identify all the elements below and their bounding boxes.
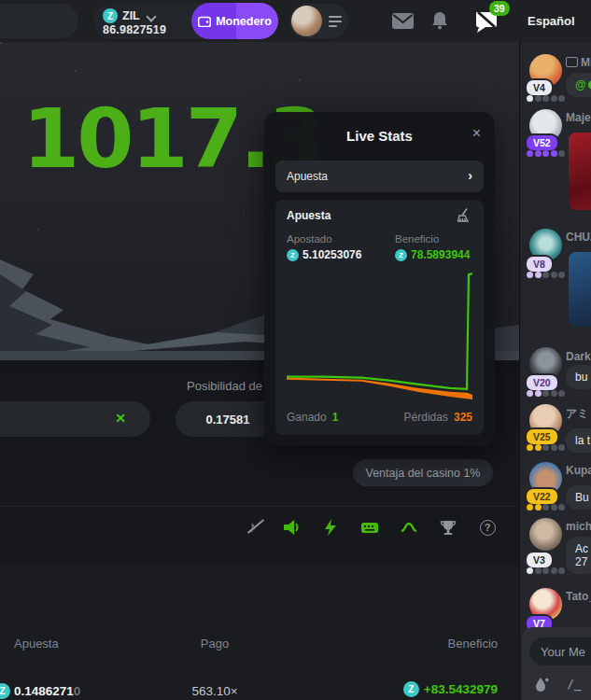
payout-input[interactable]: ✕ [0, 401, 150, 437]
game-toolbar: ♪ ? [0, 506, 519, 549]
message-bubble[interactable]: la t [566, 428, 591, 453]
rain-drop-icon[interactable] [535, 676, 549, 693]
username: Dark [566, 350, 591, 363]
level-pips [527, 272, 565, 278]
wallet-balance: 86.9827519 [103, 23, 166, 36]
username: Maje [566, 111, 591, 124]
bet-amount-dim: 0 [74, 684, 81, 698]
stats-section-title: Apuesta [287, 209, 331, 222]
wagered-label: Apostado [287, 233, 332, 245]
message-line: 27 [575, 555, 588, 568]
level-pips [527, 444, 565, 451]
chat-message-input[interactable] [529, 637, 591, 665]
image-attachment[interactable] [569, 252, 591, 327]
chat-sidebar: Mi @ V4 Maje V52 CHUZ V8 Dark bu V20 [519, 42, 591, 700]
user-emoji-icon [566, 57, 578, 67]
zil-coin-icon: Z [395, 249, 407, 261]
profit-label: Beneficio [395, 233, 439, 245]
wins-value: 1 [332, 411, 339, 424]
zil-coin-icon: Z [103, 8, 118, 23]
language-selector[interactable]: Español [528, 14, 575, 28]
multiply-x-icon[interactable]: ✕ [115, 411, 126, 426]
message-bubble[interactable]: bu [566, 365, 591, 389]
wallet-button[interactable]: Monedero [191, 3, 278, 39]
level-badge: V4 [525, 78, 554, 97]
turbo-bolt-icon[interactable] [320, 517, 341, 538]
level-badge: V25 [525, 427, 559, 446]
level-pips [527, 567, 565, 574]
sound-icon[interactable] [281, 517, 302, 538]
menu-icon[interactable] [329, 16, 342, 30]
level-pips [527, 390, 565, 397]
notification-badge: 39 [489, 1, 510, 16]
mention-text: @ [575, 78, 586, 91]
wallet-widget: Z ZIL 86.9827519 Monedero [93, 3, 278, 39]
avatar[interactable] [529, 518, 562, 551]
music-muted-icon[interactable]: ♪ [242, 517, 262, 538]
column-header-bet: Apuesta [14, 637, 59, 651]
wagered-value: 5.10253076 [303, 248, 361, 261]
bell-icon[interactable] [431, 11, 448, 30]
level-badge: V22 [525, 487, 559, 506]
wins-label: Ganado [287, 411, 327, 424]
zil-coin-icon: Z [287, 249, 299, 261]
wallet-button-label: Monedero [216, 15, 272, 28]
column-header-payout: Pago [131, 637, 299, 651]
wallet-icon [198, 16, 211, 27]
live-stats-panel: Live Stats × Apuesta › Apuesta Apostado … [264, 112, 495, 446]
level-pips [527, 504, 565, 511]
chevron-right-icon: › [468, 168, 472, 183]
profit-value: 78.5893944 [411, 248, 470, 261]
avatar[interactable] [291, 6, 322, 36]
image-attachment[interactable] [569, 133, 591, 210]
username: アミ [566, 406, 589, 422]
message-bubble[interactable]: @ [566, 73, 591, 97]
zil-coin-icon: Z [0, 683, 10, 699]
currency-code[interactable]: ZIL [122, 9, 140, 22]
bets-table: Apuesta Pago Beneficio Z 0.14862710 563.… [0, 565, 519, 700]
level-pips [527, 150, 565, 157]
message-line: Ac [575, 542, 588, 555]
chevron-down-icon[interactable] [146, 11, 156, 21]
username: mich [566, 520, 591, 533]
house-edge-button[interactable]: Ventaja del casino 1% [353, 459, 493, 486]
trends-wave-icon[interactable] [399, 517, 419, 538]
message-bubble[interactable]: Ac 27 [566, 537, 591, 574]
win-chance-label: Posibilidad de [187, 379, 262, 393]
mail-icon[interactable] [392, 13, 414, 29]
top-bar: Z ZIL 86.9827519 Monedero [0, 0, 591, 42]
username: Mi [581, 56, 591, 69]
hotkeys-keyboard-icon[interactable] [359, 517, 380, 538]
stats-mode-dropdown[interactable]: Apuesta › [275, 161, 484, 192]
stats-card: Apuesta Apostado Z5.10253076 Beneficio Z… [275, 200, 484, 435]
column-header-profit: Beneficio [448, 637, 498, 651]
help-icon[interactable]: ? [477, 517, 498, 538]
stats-footer: Ganado1 Pérdidas325 [287, 411, 472, 424]
table-row[interactable]: Z 0.14862710 563.10× Z+83.5432979 [0, 681, 519, 700]
losses-value: 325 [454, 411, 472, 424]
level-pips [527, 95, 565, 102]
leaderboard-trophy-icon[interactable] [438, 517, 458, 538]
profit-history-chart [287, 271, 472, 403]
profit-amount: +83.5432979 [424, 682, 498, 696]
level-badge: V3 [525, 551, 554, 569]
panel-title: Live Stats [264, 128, 495, 144]
username: Tato_ [566, 590, 591, 603]
chat-input-panel: /_ [522, 627, 591, 700]
level-badge: V52 [525, 133, 559, 152]
app-root: Z ZIL 86.9827519 Monedero [0, 0, 591, 700]
close-icon[interactable]: × [472, 125, 481, 142]
level-badge: V20 [525, 373, 559, 392]
rules-slash-icon[interactable]: /_ [567, 677, 582, 691]
bet-amount: 0.1486271 [14, 684, 74, 698]
level-badge: V8 [525, 255, 554, 273]
username: Kupa [566, 464, 591, 477]
profile-menu[interactable] [289, 4, 348, 38]
payout-multiplier: 563.10× [131, 684, 299, 698]
losses-label: Pérdidas [404, 411, 448, 424]
dropdown-label: Apuesta [287, 170, 328, 183]
zil-coin-icon: Z [403, 681, 419, 697]
search-box[interactable] [0, 4, 78, 38]
message-bubble[interactable]: Bu [566, 485, 591, 510]
broom-icon[interactable] [457, 207, 472, 223]
